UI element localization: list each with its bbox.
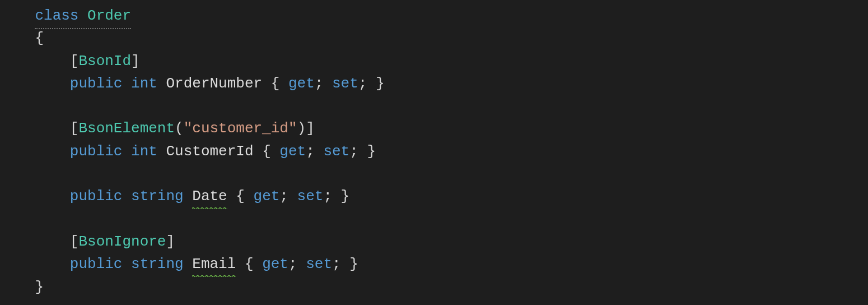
code-line: class Order	[0, 7, 131, 24]
attr-bsonelement: BsonElement	[78, 120, 175, 137]
code-line: [BsonId]	[0, 53, 140, 70]
code-line: [BsonIgnore]	[0, 233, 175, 250]
code-editor[interactable]: class Order { [BsonId] public int OrderN…	[0, 0, 868, 298]
prop-date: Date	[192, 188, 227, 205]
keyword-class: class	[35, 7, 78, 24]
attr-bsonid: BsonId	[78, 53, 131, 70]
code-line: public int OrderNumber { get; set; }	[0, 75, 385, 92]
prop-ordernumber: OrderNumber	[166, 75, 262, 92]
class-name: Order	[87, 7, 131, 24]
prop-customerid: CustomerId	[166, 143, 253, 160]
code-line: }	[0, 279, 44, 295]
string-customer-id: "customer_id"	[184, 120, 297, 137]
blank-line	[0, 165, 9, 182]
code-line: public string Email { get; set; }	[0, 256, 358, 272]
code-line: [BsonElement("customer_id")]	[0, 120, 315, 137]
blank-line	[0, 211, 9, 228]
blank-line	[0, 98, 9, 114]
code-line: {	[0, 30, 44, 47]
prop-email: Email	[192, 256, 236, 272]
code-line: public int CustomerId { get; set; }	[0, 143, 376, 160]
attr-bsonignore: BsonIgnore	[78, 233, 166, 250]
code-line: public string Date { get; set; }	[0, 188, 349, 205]
